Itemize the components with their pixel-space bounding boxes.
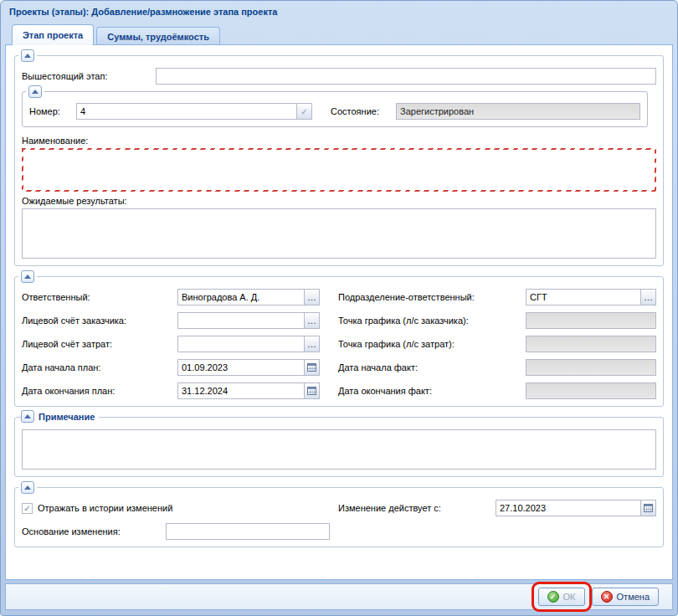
fieldset-number-state: Номер: ✓ Состояние: (22, 91, 648, 127)
arrow-up-icon (32, 90, 39, 94)
ok-button-label: ОК (563, 592, 576, 602)
expected-results-label: Ожидаемые результаты: (22, 196, 656, 206)
history-checkbox-group: ✓ Отражать в истории изменений (22, 503, 338, 514)
cost-account-field: … (177, 336, 320, 352)
state-label: Состояние: (331, 106, 396, 116)
number-field: ✓ (76, 103, 312, 120)
parent-stage-label: Вышестоящий этап: (22, 71, 156, 81)
ok-button[interactable]: ✓ ОК (538, 588, 585, 606)
customer-schedule-point-readonly (526, 312, 656, 329)
fieldset-note: Примечание (14, 417, 664, 477)
start-plan-calendar-trigger[interactable] (305, 359, 320, 376)
customer-schedule-point-field (526, 312, 656, 329)
number-state-row: Номер: ✓ Состояние: (29, 103, 640, 120)
dialog-window: Проекты (этапы): Добавление/размножение … (0, 0, 678, 616)
fieldset-details: Ответственный: … Подразделение-ответстве… (14, 276, 664, 407)
ok-check-icon: ✓ (547, 591, 559, 603)
customer-schedule-point-label: Точка графика (л/с заказчика): (338, 316, 526, 326)
start-fact-field (526, 359, 656, 376)
responsible-browse-trigger[interactable]: … (305, 289, 320, 305)
responsible-field: … (177, 289, 320, 305)
window-title: Проекты (этапы): Добавление/размножение … (9, 7, 277, 17)
cost-account-input[interactable] (177, 336, 305, 352)
note-legend: Примечание (21, 410, 99, 423)
button-bar: ✓ ОК ✕ Отмена (5, 583, 673, 610)
end-fact-readonly (526, 382, 656, 399)
state-readonly-field (396, 103, 640, 120)
end-plan-field (177, 382, 320, 399)
cost-account-label: Лицевой счёт затрат: (22, 339, 177, 349)
end-fact-label: Дата окончания факт: (338, 386, 526, 396)
cost-schedule-point-readonly (526, 336, 656, 352)
cancel-x-icon: ✕ (601, 591, 613, 603)
tab-stage-label: Этап проекта (23, 30, 83, 40)
change-reason-input[interactable] (166, 523, 330, 540)
responsible-input[interactable] (177, 289, 305, 305)
end-plan-input[interactable] (177, 382, 305, 399)
check-icon: ✓ (23, 504, 30, 513)
name-textarea[interactable] (22, 148, 656, 192)
customer-account-row: Лицевой счёт заказчика: … Точка графика … (22, 312, 656, 329)
cost-schedule-point-field (526, 336, 656, 352)
end-date-row: Дата окончания план: Дата окончания факт… (22, 382, 656, 399)
change-date-calendar-trigger[interactable] (641, 500, 656, 516)
calendar-icon (644, 504, 653, 512)
name-label: Наименование: (22, 136, 656, 146)
arrow-up-icon (24, 485, 31, 490)
fieldset-main: Вышестоящий этап: Номер: ✓ Состояние: (14, 55, 664, 266)
arrow-up-icon (24, 414, 31, 418)
change-date-input[interactable] (496, 500, 641, 516)
responsible-label: Ответственный: (22, 292, 177, 302)
note-textarea[interactable] (22, 429, 656, 470)
number-check-trigger[interactable]: ✓ (297, 103, 312, 120)
department-label: Подразделение-ответственный: (338, 292, 526, 302)
end-plan-calendar-trigger[interactable] (305, 382, 320, 399)
cost-account-row: Лицевой счёт затрат: … Точка графика (л/… (22, 336, 656, 352)
history-checkbox[interactable]: ✓ (22, 503, 33, 514)
cancel-button[interactable]: ✕ Отмена (592, 588, 659, 606)
department-input[interactable] (526, 289, 641, 305)
expected-results-textarea[interactable] (22, 208, 656, 259)
change-date-label: Изменение действует с: (338, 503, 496, 513)
collapse-icon[interactable] (21, 49, 34, 62)
parent-stage-field (156, 68, 656, 85)
customer-account-browse-trigger[interactable]: … (305, 312, 320, 329)
note-legend-text: Примечание (39, 412, 95, 422)
parent-stage-input[interactable] (156, 68, 656, 85)
number-label: Номер: (29, 106, 76, 116)
cost-schedule-point-label: Точка графика (л/с затрат): (338, 339, 526, 349)
fieldset-change: ✓ Отражать в истории изменений Изменение… (14, 487, 664, 547)
arrow-up-icon (24, 275, 31, 279)
customer-account-input[interactable] (177, 312, 305, 329)
start-date-row: Дата начала план: Дата начала факт: (22, 359, 656, 376)
parent-stage-row: Вышестоящий этап: (22, 68, 656, 85)
calendar-icon (307, 387, 316, 395)
calendar-icon (307, 363, 316, 372)
collapse-icon[interactable] (28, 85, 42, 98)
start-plan-label: Дата начала план: (22, 362, 177, 372)
window-body: Этап проекта Суммы, трудоёмкость Вышесто… (5, 22, 673, 610)
change-reason-label: Основание изменения: (22, 526, 166, 536)
tab-stage[interactable]: Этап проекта (12, 24, 94, 45)
responsible-row: Ответственный: … Подразделение-ответстве… (22, 289, 656, 305)
tab-sums-label: Суммы, трудоёмкость (107, 32, 209, 42)
department-field: … (526, 289, 656, 305)
collapse-icon[interactable] (21, 481, 34, 494)
tab-sums[interactable]: Суммы, трудоёмкость (96, 27, 220, 45)
start-plan-input[interactable] (177, 359, 305, 376)
number-input[interactable] (76, 103, 297, 120)
cost-account-browse-trigger[interactable]: … (305, 336, 320, 352)
end-fact-field (526, 382, 656, 399)
history-checkbox-label: Отражать в истории изменений (38, 503, 172, 513)
tab-bar: Этап проекта Суммы, трудоёмкость (5, 22, 673, 45)
change-date-field (496, 500, 656, 516)
form-panel: Вышестоящий этап: Номер: ✓ Состояние: (5, 44, 673, 580)
check-icon: ✓ (300, 107, 307, 116)
collapse-icon[interactable] (21, 270, 34, 283)
end-plan-label: Дата окончания план: (22, 386, 177, 396)
start-fact-readonly (526, 359, 656, 376)
title-bar: Проекты (этапы): Добавление/размножение … (1, 1, 677, 22)
department-browse-trigger[interactable]: … (641, 289, 656, 305)
change-reason-row: Основание изменения: (22, 523, 656, 540)
collapse-icon[interactable] (21, 410, 34, 423)
